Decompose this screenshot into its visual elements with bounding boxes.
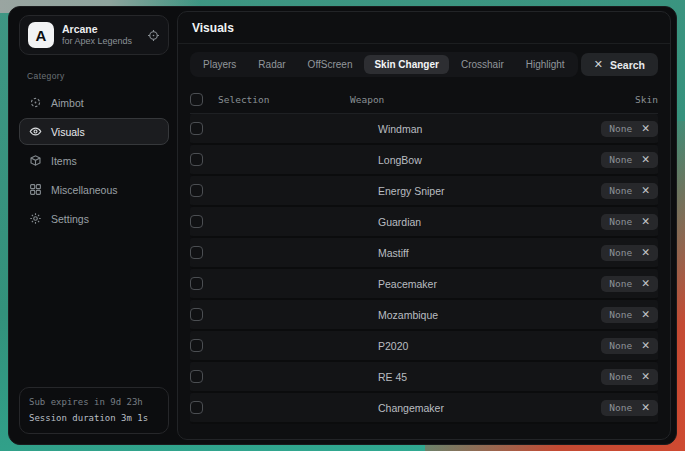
weapon-name: Mastiff [218, 247, 601, 259]
search-button[interactable]: ✕ Search [581, 53, 658, 76]
column-header-weapon: Weapon [336, 94, 635, 105]
category-label: Category [27, 71, 169, 81]
table-row: Mozambique None ✕ [190, 300, 658, 331]
row-checkbox[interactable] [190, 370, 203, 383]
main-header: Visuals [178, 12, 670, 44]
table-row: Windman None ✕ [190, 114, 658, 145]
row-checkbox[interactable] [190, 401, 203, 414]
row-checkbox[interactable] [190, 153, 203, 166]
row-checkbox[interactable] [190, 308, 203, 321]
category-nav: Aimbot Visuals Items [19, 89, 169, 232]
row-checkbox[interactable] [190, 122, 203, 135]
page-title: Visuals [192, 21, 656, 35]
sidebar-item-items[interactable]: Items [19, 147, 169, 174]
skin-chip[interactable]: None ✕ [601, 214, 658, 230]
brand-text: Arcane for Apex Legends [62, 23, 139, 47]
clear-skin-icon[interactable]: ✕ [641, 216, 650, 227]
skin-chip[interactable]: None ✕ [601, 338, 658, 354]
skin-value: None [609, 402, 632, 413]
select-all-checkbox[interactable] [190, 93, 203, 106]
sidebar-item-label: Settings [51, 213, 89, 225]
skin-value: None [609, 247, 632, 258]
skin-chip[interactable]: None ✕ [601, 152, 658, 168]
tab-crosshair[interactable]: Crosshair [451, 55, 514, 74]
skin-value: None [609, 123, 632, 134]
sidebar-item-visuals[interactable]: Visuals [19, 118, 169, 145]
grid-icon [29, 183, 42, 196]
weapon-name: Peacemaker [218, 278, 601, 290]
table-row: LongBow None ✕ [190, 145, 658, 176]
box-icon [29, 154, 42, 167]
skin-value: None [609, 278, 632, 289]
skin-chip[interactable]: None ✕ [601, 276, 658, 292]
skin-value: None [609, 185, 632, 196]
weapon-name: Guardian [218, 216, 601, 228]
clear-skin-icon[interactable]: ✕ [641, 154, 650, 165]
sidebar: A Arcane for Apex Legends Category [9, 7, 177, 444]
search-button-label: Search [610, 59, 645, 71]
row-checkbox[interactable] [190, 184, 203, 197]
session-info-card: Sub expires in 9d 23h Session duration 3… [19, 387, 169, 434]
table-row: Changemaker None ✕ [190, 393, 658, 424]
skin-chip[interactable]: None ✕ [601, 245, 658, 261]
clear-skin-icon[interactable]: ✕ [641, 278, 650, 289]
skin-value: None [609, 216, 632, 227]
tab-skin-changer[interactable]: Skin Changer [364, 55, 448, 74]
sidebar-item-label: Aimbot [51, 97, 84, 109]
column-header-skin: Skin [635, 94, 658, 105]
clear-skin-icon[interactable]: ✕ [641, 371, 650, 382]
row-checkbox[interactable] [190, 339, 203, 352]
skin-value: None [609, 309, 632, 320]
weapon-name: Windman [218, 123, 601, 135]
clear-skin-icon[interactable]: ✕ [641, 123, 650, 134]
session-duration-text: Session duration 3m 1s [29, 411, 159, 426]
sidebar-item-settings[interactable]: Settings [19, 205, 169, 232]
sidebar-item-aimbot[interactable]: Aimbot [19, 89, 169, 116]
clear-skin-icon[interactable]: ✕ [641, 309, 650, 320]
brand-card: A Arcane for Apex Legends [19, 15, 169, 55]
table-row: Mastiff None ✕ [190, 238, 658, 269]
skin-chip[interactable]: None ✕ [601, 307, 658, 323]
tab-players[interactable]: Players [193, 55, 246, 74]
table-row: Peacemaker None ✕ [190, 269, 658, 300]
brand-title: Arcane [62, 23, 139, 36]
clear-skin-icon[interactable]: ✕ [641, 402, 650, 413]
weapon-name: LongBow [218, 154, 601, 166]
skin-chip[interactable]: None ✕ [601, 369, 658, 385]
weapon-name: P2020 [218, 340, 601, 352]
clear-skin-icon[interactable]: ✕ [641, 185, 650, 196]
tab-offscreen[interactable]: OffScreen [298, 55, 363, 74]
clear-skin-icon[interactable]: ✕ [641, 247, 650, 258]
clear-skin-icon[interactable]: ✕ [641, 340, 650, 351]
skin-value: None [609, 340, 632, 351]
sidebar-item-label: Visuals [51, 126, 85, 138]
weapon-name: RE 45 [218, 371, 601, 383]
table-row: Energy Sniper None ✕ [190, 176, 658, 207]
skin-chip[interactable]: None ✕ [601, 400, 658, 416]
target-icon[interactable] [147, 29, 160, 42]
crosshair-icon [29, 96, 42, 109]
table-row: RE 45 None ✕ [190, 362, 658, 393]
weapon-name: Mozambique [218, 309, 601, 321]
sidebar-item-label: Miscellaneous [51, 184, 118, 196]
table-row: P2020 None ✕ [190, 331, 658, 362]
gear-icon [29, 212, 42, 225]
skin-changer-table: Selection Weapon Skin Windman None ✕ Lon… [178, 83, 670, 439]
skin-chip[interactable]: None ✕ [601, 183, 658, 199]
tab-radar[interactable]: Radar [248, 55, 295, 74]
table-header-row: Selection Weapon Skin [190, 85, 658, 114]
sidebar-item-miscellaneous[interactable]: Miscellaneous [19, 176, 169, 203]
table-row: Guardian None ✕ [190, 207, 658, 238]
weapon-name: Changemaker [218, 402, 601, 414]
sidebar-item-label: Items [51, 155, 77, 167]
skin-value: None [609, 154, 632, 165]
row-checkbox[interactable] [190, 215, 203, 228]
skin-chip[interactable]: None ✕ [601, 121, 658, 137]
row-checkbox[interactable] [190, 246, 203, 259]
search-icon: ✕ [594, 58, 603, 71]
sub-expiry-text: Sub expires in 9d 23h [29, 395, 159, 410]
row-checkbox[interactable] [190, 277, 203, 290]
tab-bar: Players Radar OffScreen Skin Changer Cro… [190, 52, 578, 77]
eye-icon [29, 125, 42, 138]
tab-highlight[interactable]: Highlight [516, 55, 575, 74]
